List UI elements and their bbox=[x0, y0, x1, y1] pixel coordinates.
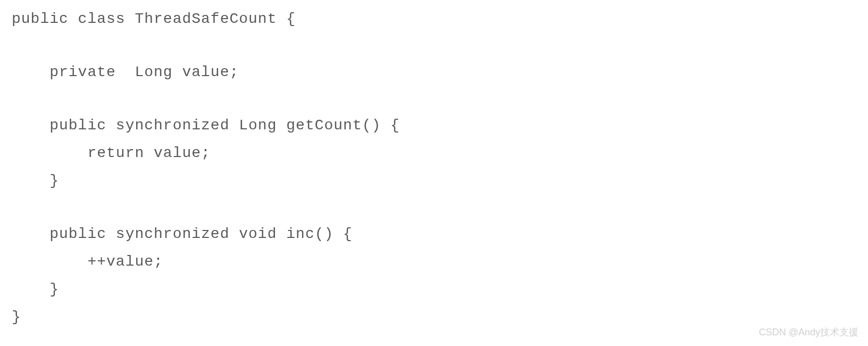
code-line: } bbox=[12, 174, 868, 188]
code-line: return value; bbox=[12, 146, 868, 161]
blank-line bbox=[12, 39, 868, 52]
watermark-text: CSDN @Andy技术支援 bbox=[759, 326, 858, 339]
blank-line bbox=[12, 201, 868, 214]
code-line: public class ThreadSafeCount { bbox=[12, 12, 868, 27]
code-line: public synchronized void inc() { bbox=[12, 227, 868, 242]
code-block: public class ThreadSafeCount { private L… bbox=[12, 12, 868, 325]
code-line: ++value; bbox=[12, 254, 868, 269]
code-line: } bbox=[12, 310, 868, 325]
blank-line bbox=[12, 93, 868, 105]
code-line: private Long value; bbox=[12, 65, 868, 80]
code-line: } bbox=[12, 282, 868, 297]
code-line: public synchronized Long getCount() { bbox=[12, 118, 868, 133]
